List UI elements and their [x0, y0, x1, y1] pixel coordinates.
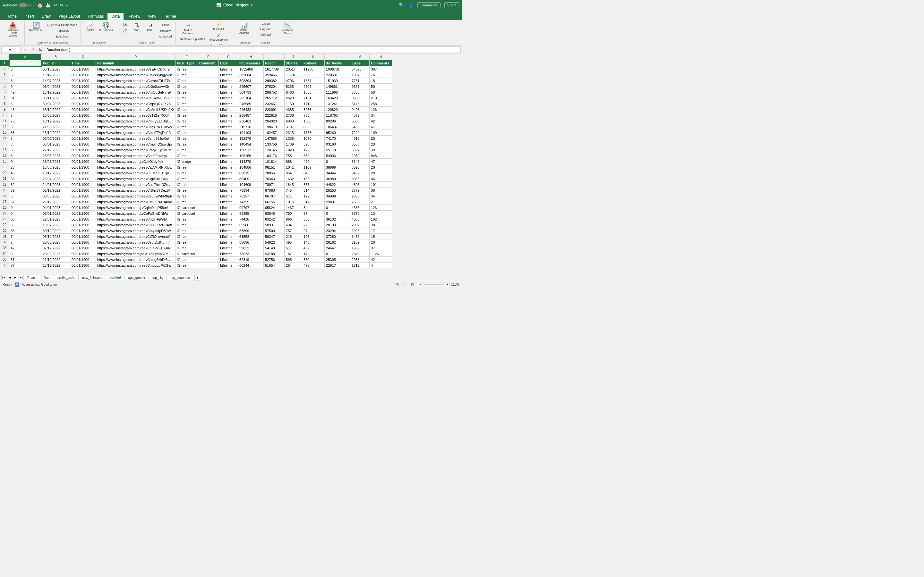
cell-h13[interactable]: 191103 [238, 130, 264, 135]
cell-c26[interactable]: 00/01/1900 [70, 205, 96, 211]
cell-n20[interactable]: 28 [370, 170, 392, 176]
cell-e30[interactable]: IG reel [176, 228, 198, 234]
row-num-12[interactable]: 12 [0, 124, 9, 130]
cell-g15[interactable]: Lifetime [219, 141, 238, 147]
cell-g21[interactable]: Lifetime [219, 176, 238, 182]
cell-g18[interactable]: Lifetime [219, 159, 238, 164]
cell-k11[interactable]: 1636 [302, 118, 325, 124]
advanced-button[interactable]: Advanced [158, 34, 174, 39]
cell-k4[interactable]: 1867 [302, 78, 325, 84]
cell-l26[interactable]: 0 [325, 205, 351, 211]
cell-l4[interactable]: 151939 [325, 78, 351, 84]
cell-l20[interactable]: 34044 [325, 170, 351, 176]
cell-h8[interactable]: 246585 [238, 101, 264, 107]
col-header-f[interactable]: F [198, 54, 219, 60]
cell-k8[interactable]: 1712 [302, 101, 325, 107]
cell-g24[interactable]: Lifetime [219, 193, 238, 199]
cell-b31[interactable]: 06/12/2023 [41, 234, 70, 239]
col-header-c[interactable]: C [70, 54, 96, 60]
sheet-table-wrapper[interactable]: A B C D E F G H I J K L M N [0, 54, 462, 274]
cell-l36[interactable]: 22917 [325, 263, 351, 268]
cell-l29[interactable]: 28193 [325, 222, 351, 228]
cell-f14[interactable] [198, 135, 219, 141]
row-num-20[interactable]: 20 [0, 170, 9, 176]
cell-d25[interactable]: https://www.instagram.com/reel/Cml0uNXDA… [96, 199, 176, 205]
cell-k36[interactable]: 475 [302, 263, 325, 268]
cell-d19[interactable]: https://www.instagram.com/reel/CwAMtRPtX… [96, 164, 176, 170]
row-num-16[interactable]: 16 [0, 147, 9, 153]
cell-n8[interactable]: 258 [370, 101, 392, 107]
row-num-36[interactable]: 36 [0, 263, 9, 268]
row-num-29[interactable]: 29 [0, 222, 9, 228]
cell-k12[interactable]: 885 [302, 124, 325, 130]
cell-c21[interactable]: 00/01/1900 [70, 176, 96, 182]
cell-g13[interactable]: Lifetime [219, 130, 238, 135]
cell-d33[interactable]: https://www.instagram.com/reel/Cl3eVvEDw… [96, 245, 176, 251]
cell-m34[interactable]: 2346 [351, 251, 370, 257]
cell-a25[interactable]: 67 [9, 199, 41, 205]
cell-j26[interactable]: 1467 [284, 205, 302, 211]
cell-d4[interactable]: https://www.instagram.com/reel/CurhcYTtH… [96, 78, 176, 84]
cell-i5[interactable]: 278204 [264, 84, 284, 89]
cell-f16[interactable] [198, 147, 219, 153]
cell-c8[interactable]: 00/01/1900 [70, 101, 96, 107]
cell-f18[interactable] [198, 159, 219, 164]
cell-n33[interactable]: 37 [370, 245, 392, 251]
cell-e26[interactable]: IG carousel [176, 205, 198, 211]
cell-a19[interactable]: 28 [9, 164, 41, 170]
cell-m19[interactable]: 3896 [351, 164, 370, 170]
cell-i20[interactable]: 78856 [264, 170, 284, 176]
row-num-1[interactable]: 1 [0, 60, 9, 66]
cell-b4[interactable]: 14/07/2023 [41, 78, 70, 84]
what-if-button[interactable]: 📊 What-If Analysis [234, 21, 254, 35]
cell-e29[interactable]: IG reel [176, 222, 198, 228]
row-num-8[interactable]: 8 [0, 101, 9, 107]
row-num-24[interactable]: 24 [0, 193, 9, 199]
cell-k19[interactable]: 1169 [302, 164, 325, 170]
cell-e19[interactable]: IG reel [176, 164, 198, 170]
row-num-2[interactable]: 2 [0, 66, 9, 72]
cell-n11[interactable]: 42 [370, 118, 392, 124]
cell-j7[interactable]: 2623 [284, 95, 302, 101]
cell-a35[interactable]: 57 [9, 257, 41, 263]
cell-m22[interactable]: 4805 [351, 182, 370, 187]
cell-i11[interactable]: 204028 [264, 118, 284, 124]
cell-j2[interactable]: 20517 [284, 66, 302, 72]
cell-f1[interactable]: Comment [198, 60, 219, 66]
cell-l22[interactable]: 44822 [325, 182, 351, 187]
cell-g12[interactable]: Lifetime [219, 124, 238, 130]
cell-g20[interactable]: Lifetime [219, 170, 238, 176]
cell-l21[interactable]: 36980 [325, 176, 351, 182]
cell-c32[interactable]: 00/01/1900 [70, 239, 96, 245]
cell-a16[interactable]: 63 [9, 147, 41, 153]
cell-n22[interactable]: 101 [370, 182, 392, 187]
cell-l13[interactable]: 95260 [325, 130, 351, 135]
cell-c36[interactable]: 00/01/1900 [70, 263, 96, 268]
cell-l2[interactable]: 1086781 [325, 66, 351, 72]
cell-a13[interactable]: 83 [9, 130, 41, 135]
cell-d17[interactable]: https://www.instagram.com/reel/Cstfe0ota… [96, 153, 176, 159]
cell-k29[interactable]: 225 [302, 222, 325, 228]
row-num-32[interactable]: 32 [0, 239, 9, 245]
cell-j28[interactable]: 966 [284, 216, 302, 222]
cell-l3[interactable]: 220631 [325, 72, 351, 78]
cell-k22[interactable]: 367 [302, 182, 325, 187]
cell-f35[interactable] [198, 257, 219, 263]
cell-d28[interactable]: https://www.instagram.com/reel/Cnt6I-PjW… [96, 216, 176, 222]
cell-i7[interactable]: 265712 [264, 95, 284, 101]
cell-m21[interactable]: 3086 [351, 176, 370, 182]
row-num-4[interactable]: 4 [0, 78, 9, 84]
cell-n10[interactable]: 34 [370, 113, 392, 118]
cell-k34[interactable]: 14 [302, 251, 325, 257]
data-validation-button[interactable]: ✓ Data Validation [207, 32, 230, 43]
cell-k27[interactable]: 37 [302, 211, 325, 216]
dropdown-icon[interactable]: ▾ [251, 3, 252, 7]
cell-n31[interactable]: 15 [370, 234, 392, 239]
cell-i3[interactable]: 359466 [264, 72, 284, 78]
cell-j35[interactable]: 595 [284, 257, 302, 263]
cell-m26[interactable]: 4655 [351, 205, 370, 211]
cell-a21[interactable]: 53 [9, 176, 41, 182]
cell-e27[interactable]: IG carousel [176, 211, 198, 216]
cell-c16[interactable]: 00/01/1900 [70, 147, 96, 153]
tab-nav-first[interactable]: |◄ [1, 275, 6, 280]
